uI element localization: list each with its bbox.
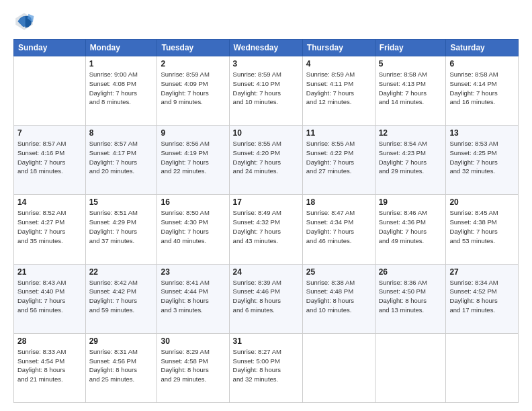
- day-number: 20: [449, 197, 515, 207]
- calendar-cell: 4Sunrise: 8:59 AM Sunset: 4:11 PM Daylig…: [302, 56, 375, 126]
- day-info: Sunrise: 8:52 AM Sunset: 4:27 PM Dayligh…: [17, 208, 82, 245]
- day-number: 26: [379, 267, 443, 277]
- calendar-header-saturday: Saturday: [446, 40, 519, 56]
- calendar-cell: 6Sunrise: 8:58 AM Sunset: 4:14 PM Daylig…: [446, 56, 519, 126]
- calendar-cell: 19Sunrise: 8:46 AM Sunset: 4:36 PM Dayli…: [375, 195, 446, 264]
- day-number: 3: [233, 59, 299, 68]
- day-info: Sunrise: 8:51 AM Sunset: 4:29 PM Dayligh…: [89, 208, 154, 245]
- calendar-header-sunday: Sunday: [14, 40, 86, 56]
- day-info: Sunrise: 8:47 AM Sunset: 4:34 PM Dayligh…: [306, 208, 371, 245]
- day-info: Sunrise: 8:33 AM Sunset: 4:54 PM Dayligh…: [17, 347, 82, 384]
- calendar-cell: 22Sunrise: 8:42 AM Sunset: 4:42 PM Dayli…: [85, 264, 157, 333]
- calendar-week-row: 14Sunrise: 8:52 AM Sunset: 4:27 PM Dayli…: [14, 195, 519, 264]
- day-info: Sunrise: 8:41 AM Sunset: 4:44 PM Dayligh…: [161, 278, 225, 315]
- calendar-cell: 14Sunrise: 8:52 AM Sunset: 4:27 PM Dayli…: [14, 195, 86, 264]
- day-number: 18: [306, 197, 371, 207]
- day-info: Sunrise: 8:59 AM Sunset: 4:10 PM Dayligh…: [233, 70, 299, 107]
- day-number: 2: [161, 59, 225, 68]
- day-number: 11: [306, 128, 371, 138]
- day-number: 14: [17, 197, 82, 207]
- day-info: Sunrise: 8:27 AM Sunset: 5:00 PM Dayligh…: [233, 347, 299, 384]
- calendar-cell: 15Sunrise: 8:51 AM Sunset: 4:29 PM Dayli…: [85, 195, 157, 264]
- day-info: Sunrise: 8:59 AM Sunset: 4:09 PM Dayligh…: [161, 70, 225, 107]
- day-number: 13: [449, 128, 515, 138]
- calendar-cell: 5Sunrise: 8:58 AM Sunset: 4:13 PM Daylig…: [375, 56, 446, 126]
- calendar-cell: 12Sunrise: 8:54 AM Sunset: 4:23 PM Dayli…: [375, 126, 446, 195]
- day-number: 9: [161, 128, 225, 138]
- day-number: 30: [161, 336, 225, 346]
- calendar-header-thursday: Thursday: [302, 40, 375, 56]
- day-info: Sunrise: 8:42 AM Sunset: 4:42 PM Dayligh…: [89, 278, 154, 315]
- day-number: 4: [306, 59, 371, 68]
- day-number: 27: [449, 267, 515, 277]
- calendar-cell: 20Sunrise: 8:45 AM Sunset: 4:38 PM Dayli…: [446, 195, 519, 264]
- calendar-cell: 3Sunrise: 8:59 AM Sunset: 4:10 PM Daylig…: [229, 56, 302, 126]
- calendar-cell: 11Sunrise: 8:55 AM Sunset: 4:22 PM Dayli…: [302, 126, 375, 195]
- calendar-cell: [14, 56, 86, 126]
- calendar-cell: 27Sunrise: 8:34 AM Sunset: 4:52 PM Dayli…: [446, 264, 519, 333]
- calendar-cell: [302, 333, 375, 402]
- day-info: Sunrise: 8:46 AM Sunset: 4:36 PM Dayligh…: [379, 208, 443, 245]
- day-number: 12: [379, 128, 443, 138]
- day-info: Sunrise: 8:34 AM Sunset: 4:52 PM Dayligh…: [449, 278, 515, 315]
- calendar-header-wednesday: Wednesday: [229, 40, 302, 56]
- calendar-cell: [446, 333, 519, 402]
- calendar-cell: 30Sunrise: 8:29 AM Sunset: 4:58 PM Dayli…: [157, 333, 229, 402]
- calendar-cell: 16Sunrise: 8:50 AM Sunset: 4:30 PM Dayli…: [157, 195, 229, 264]
- calendar-cell: 31Sunrise: 8:27 AM Sunset: 5:00 PM Dayli…: [229, 333, 302, 402]
- day-number: 15: [89, 197, 154, 207]
- calendar-header-row: SundayMondayTuesdayWednesdayThursdayFrid…: [14, 40, 519, 56]
- calendar-cell: 29Sunrise: 8:31 AM Sunset: 4:56 PM Dayli…: [85, 333, 157, 402]
- day-info: Sunrise: 8:45 AM Sunset: 4:38 PM Dayligh…: [449, 208, 515, 245]
- day-number: 17: [233, 197, 299, 207]
- day-number: 29: [89, 336, 154, 346]
- calendar-cell: 2Sunrise: 8:59 AM Sunset: 4:09 PM Daylig…: [157, 56, 229, 126]
- day-info: Sunrise: 8:43 AM Sunset: 4:40 PM Dayligh…: [17, 278, 82, 315]
- calendar-week-row: 7Sunrise: 8:57 AM Sunset: 4:16 PM Daylig…: [14, 126, 519, 195]
- logo-icon: [13, 11, 35, 32]
- day-info: Sunrise: 8:54 AM Sunset: 4:23 PM Dayligh…: [379, 139, 443, 176]
- day-info: Sunrise: 8:56 AM Sunset: 4:19 PM Dayligh…: [161, 139, 225, 176]
- day-info: Sunrise: 8:49 AM Sunset: 4:32 PM Dayligh…: [233, 208, 299, 245]
- calendar-cell: 8Sunrise: 8:57 AM Sunset: 4:17 PM Daylig…: [85, 126, 157, 195]
- day-number: 25: [306, 267, 371, 277]
- day-info: Sunrise: 8:57 AM Sunset: 4:17 PM Dayligh…: [89, 139, 154, 176]
- day-info: Sunrise: 8:57 AM Sunset: 4:16 PM Dayligh…: [17, 139, 82, 176]
- day-number: 23: [161, 267, 225, 277]
- calendar-cell: [375, 333, 446, 402]
- calendar-cell: 23Sunrise: 8:41 AM Sunset: 4:44 PM Dayli…: [157, 264, 229, 333]
- day-number: 19: [379, 197, 443, 207]
- calendar-header-friday: Friday: [375, 40, 446, 56]
- day-number: 22: [89, 267, 154, 277]
- calendar-header-monday: Monday: [85, 40, 157, 56]
- day-info: Sunrise: 8:31 AM Sunset: 4:56 PM Dayligh…: [89, 347, 154, 384]
- day-number: 10: [233, 128, 299, 138]
- day-info: Sunrise: 8:29 AM Sunset: 4:58 PM Dayligh…: [161, 347, 225, 384]
- calendar-cell: 25Sunrise: 8:38 AM Sunset: 4:48 PM Dayli…: [302, 264, 375, 333]
- day-info: Sunrise: 8:36 AM Sunset: 4:50 PM Dayligh…: [379, 278, 443, 315]
- day-number: 31: [233, 336, 299, 346]
- day-info: Sunrise: 8:39 AM Sunset: 4:46 PM Dayligh…: [233, 278, 299, 315]
- day-info: Sunrise: 8:58 AM Sunset: 4:14 PM Dayligh…: [449, 70, 515, 107]
- calendar-cell: 10Sunrise: 8:55 AM Sunset: 4:20 PM Dayli…: [229, 126, 302, 195]
- day-info: Sunrise: 8:59 AM Sunset: 4:11 PM Dayligh…: [306, 70, 371, 107]
- calendar-week-row: 1Sunrise: 9:00 AM Sunset: 4:08 PM Daylig…: [14, 56, 519, 126]
- day-info: Sunrise: 8:53 AM Sunset: 4:25 PM Dayligh…: [449, 139, 515, 176]
- day-number: 24: [233, 267, 299, 277]
- day-info: Sunrise: 8:38 AM Sunset: 4:48 PM Dayligh…: [306, 278, 371, 315]
- calendar-table: SundayMondayTuesdayWednesdayThursdayFrid…: [13, 39, 519, 403]
- calendar-cell: 18Sunrise: 8:47 AM Sunset: 4:34 PM Dayli…: [302, 195, 375, 264]
- calendar-week-row: 28Sunrise: 8:33 AM Sunset: 4:54 PM Dayli…: [14, 333, 519, 402]
- day-info: Sunrise: 8:58 AM Sunset: 4:13 PM Dayligh…: [379, 70, 443, 107]
- calendar-cell: 1Sunrise: 9:00 AM Sunset: 4:08 PM Daylig…: [85, 56, 157, 126]
- calendar-cell: 26Sunrise: 8:36 AM Sunset: 4:50 PM Dayli…: [375, 264, 446, 333]
- day-info: Sunrise: 9:00 AM Sunset: 4:08 PM Dayligh…: [89, 70, 154, 107]
- calendar-week-row: 21Sunrise: 8:43 AM Sunset: 4:40 PM Dayli…: [14, 264, 519, 333]
- day-number: 7: [17, 128, 82, 138]
- calendar-cell: 21Sunrise: 8:43 AM Sunset: 4:40 PM Dayli…: [14, 264, 86, 333]
- calendar-cell: 9Sunrise: 8:56 AM Sunset: 4:19 PM Daylig…: [157, 126, 229, 195]
- day-number: 6: [449, 59, 515, 68]
- day-number: 1: [89, 59, 154, 68]
- calendar-cell: 17Sunrise: 8:49 AM Sunset: 4:32 PM Dayli…: [229, 195, 302, 264]
- day-info: Sunrise: 8:50 AM Sunset: 4:30 PM Dayligh…: [161, 208, 225, 245]
